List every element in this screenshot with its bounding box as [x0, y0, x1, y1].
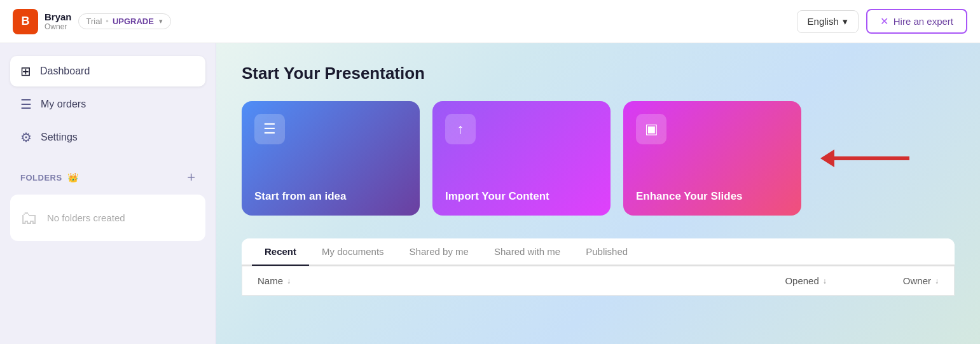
sidebar: ⊞ Dashboard ☰ My orders ⚙ Settings FOLDE… [0, 43, 216, 344]
tab-shared-with-me[interactable]: Shared with me [481, 238, 573, 266]
card-icon-wrap-1: ☰ [254, 114, 285, 144]
arrow-line [833, 156, 909, 160]
folders-label: FOLDERS [20, 173, 62, 182]
sidebar-item-my-orders[interactable]: ☰ My orders [10, 89, 205, 120]
arrow-head [820, 149, 834, 167]
tab-recent[interactable]: Recent [252, 238, 309, 266]
folders-header: FOLDERS 👑 + [10, 165, 205, 189]
sidebar-item-settings[interactable]: ⚙ Settings [10, 122, 205, 153]
sort-icon-name: ↓ [287, 277, 291, 286]
table-col-opened[interactable]: Opened ↓ [785, 275, 826, 286]
import-content-card[interactable]: ↑ Import Your Content [432, 101, 611, 216]
tab-my-documents[interactable]: My documents [309, 238, 397, 266]
sort-icon-owner: ↓ [935, 277, 939, 286]
crown-icon: 👑 [67, 172, 78, 182]
orders-icon: ☰ [20, 97, 32, 112]
main-content: Start Your Presentation ☰ Start from an … [216, 43, 980, 344]
trial-label: Trial [86, 17, 102, 26]
user-name: Bryan [45, 11, 72, 22]
header-left: B Bryan Owner Trial • UPGRADE ▾ [13, 9, 171, 34]
no-folders-label: No folders created [47, 212, 125, 223]
arrow-container [814, 149, 909, 167]
no-folders-box: 🗂 No folders created [10, 195, 205, 241]
sidebar-item-label: Settings [41, 132, 78, 143]
folder-icon: 🗂 [20, 207, 38, 228]
tab-published[interactable]: Published [573, 238, 640, 266]
sidebar-item-dashboard[interactable]: ⊞ Dashboard [10, 56, 205, 86]
language-button[interactable]: English ▾ [797, 10, 859, 33]
folders-title-row: FOLDERS 👑 [20, 172, 78, 182]
hire-label: Hire an expert [894, 16, 953, 27]
chevron-down-icon: ▾ [159, 17, 163, 25]
add-folder-button[interactable]: + [187, 170, 195, 184]
list-icon: ☰ [263, 121, 276, 137]
red-arrow [820, 149, 909, 167]
sidebar-item-label: Dashboard [40, 65, 90, 77]
folders-section: FOLDERS 👑 + 🗂 No folders created [10, 165, 205, 241]
card-label-2: Import Your Content [445, 190, 598, 203]
table-header: Name ↓ Opened ↓ Owner ↓ [242, 266, 955, 296]
avatar: B [13, 9, 38, 34]
card-label-1: Start from an idea [254, 190, 407, 203]
header: B Bryan Owner Trial • UPGRADE ▾ English … [0, 0, 980, 43]
table-cols-right: Opened ↓ Owner ↓ [785, 275, 939, 286]
upgrade-label: UPGRADE [113, 17, 154, 26]
cards-row: ☰ Start from an idea ↑ Import Your Conte… [242, 101, 955, 216]
enhance-slides-card[interactable]: ▣ Enhance Your Slides [623, 101, 801, 216]
section-title: Start Your Presentation [242, 64, 955, 83]
user-role: Owner [45, 22, 72, 31]
language-label: English [808, 16, 839, 27]
sort-icon-opened: ↓ [823, 277, 827, 286]
layout: ⊞ Dashboard ☰ My orders ⚙ Settings FOLDE… [0, 43, 980, 344]
card-icon-wrap-3: ▣ [636, 114, 666, 144]
sidebar-item-label: My orders [41, 99, 86, 110]
table-col-name[interactable]: Name ↓ [258, 275, 291, 286]
dashboard-icon: ⊞ [20, 64, 31, 79]
chevron-down-icon: ▾ [843, 16, 848, 27]
col-owner-label: Owner [903, 275, 931, 286]
settings-icon: ⚙ [20, 130, 32, 145]
tabs: Recent My documents Shared by me Shared … [242, 238, 955, 266]
trial-badge[interactable]: Trial • UPGRADE ▾ [78, 13, 171, 29]
hire-expert-button[interactable]: ✕ Hire an expert [866, 9, 967, 34]
header-right: English ▾ ✕ Hire an expert [797, 9, 967, 34]
start-idea-card[interactable]: ☰ Start from an idea [242, 101, 420, 216]
tab-shared-by-me[interactable]: Shared by me [397, 238, 481, 266]
col-opened-label: Opened [785, 275, 818, 286]
tabs-table-area: Recent My documents Shared by me Shared … [242, 238, 955, 296]
user-info: Bryan Owner [45, 11, 72, 31]
lightning-icon: ✕ [880, 15, 888, 27]
slides-icon: ▣ [645, 121, 658, 137]
dot-separator: • [106, 17, 109, 26]
card-icon-wrap-2: ↑ [445, 114, 476, 144]
card-label-3: Enhance Your Slides [636, 190, 789, 203]
upload-icon: ↑ [457, 121, 464, 137]
col-name-label: Name [258, 275, 283, 286]
table-col-owner[interactable]: Owner ↓ [903, 275, 939, 286]
